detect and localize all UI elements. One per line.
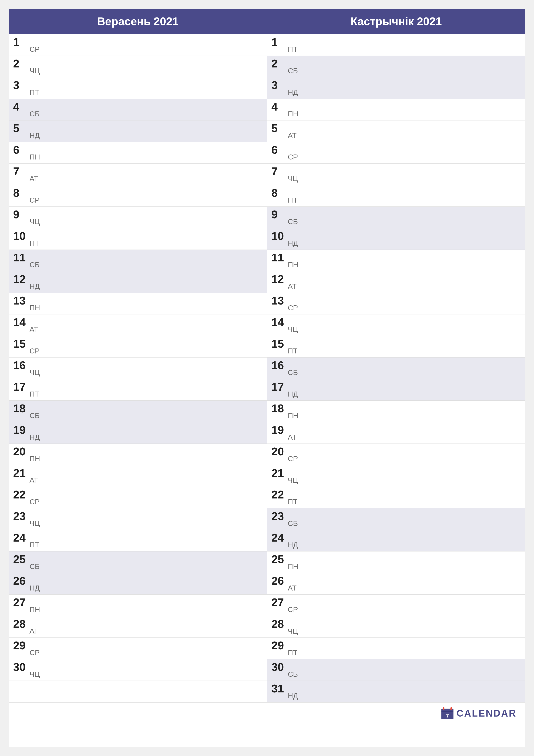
day-name: СР [287,303,298,312]
day-row: 4СБ [9,99,267,121]
day-name: ПН [28,454,40,463]
svg-rect-4 [442,711,453,712]
day-name: АТ [28,475,38,484]
day-number: 15 [271,338,287,349]
day-number: 13 [271,295,287,306]
day-name: ЧЦ [28,66,40,75]
day-row: 30ЧЦ [9,659,267,681]
day-number: 6 [13,144,28,155]
day-name: ПТ [287,195,297,204]
day-name: СБ [28,260,39,269]
day-row: 26АТ [267,573,525,595]
day-name: НД [28,130,40,140]
day-row: 27ПН [9,595,267,616]
day-name: СР [28,497,39,506]
day-number: 10 [13,230,28,242]
footer-calendar-label: CALENDAR [456,708,517,719]
day-row: 30СБ [267,659,525,681]
day-row: 1ПТ [267,34,525,56]
day-name: НД [287,389,298,398]
day-number: 15 [13,338,28,349]
month1-col: 1СР2ЧЦ3ПТ4СБ5НД6ПН7АТ8СР9ЧЦ10ПТ11СБ12НД1… [9,34,267,702]
day-number: 23 [13,511,28,522]
day-name: ПТ [287,648,297,657]
month2-col: 1ПТ2СБ3НД4ПН5АТ6СР7ЧЦ8ПТ9СБ10НД11ПН12АТ1… [267,34,525,702]
day-row: 7ЧЦ [267,164,525,185]
day-name: СР [28,648,39,657]
calendar-header: Верасень 2021 Кастрычнік 2021 [9,9,525,34]
day-number: 8 [271,187,287,199]
day-number: 27 [13,597,28,608]
day-name: ЧЦ [28,518,40,527]
day-name: СР [28,195,39,204]
day-row: 23ЧЦ [9,508,267,530]
day-number: 18 [271,403,287,414]
day-number: 3 [13,80,28,91]
calendar-icon: 7 [441,707,454,720]
day-number: 30 [13,662,28,673]
day-name: АТ [287,281,297,290]
day-number: 16 [13,360,28,371]
day-name: ПН [287,561,298,571]
day-name: СР [287,454,298,463]
day-number: 1 [13,37,28,48]
day-number: 21 [13,468,28,479]
day-name: АТ [28,174,38,183]
day-number: 7 [13,166,28,177]
day-number: 27 [271,597,287,608]
day-row: 25ПН [267,552,525,573]
svg-text:7: 7 [446,713,449,719]
day-row: 18СБ [9,401,267,422]
day-name: ЧЦ [28,367,40,377]
day-number: 31 [271,683,287,694]
day-row: 17ПТ [9,379,267,401]
day-name: ЧЦ [287,626,298,635]
day-name: ПН [287,411,298,420]
day-row: 27СР [267,595,525,616]
day-number: 22 [271,489,287,500]
footer-logo: 7 CALENDAR [441,707,517,720]
day-row: 29ПТ [267,638,525,659]
day-number: 8 [13,187,28,199]
day-name: ПТ [287,497,297,506]
day-number: 23 [271,511,287,522]
day-row: 7АТ [9,164,267,185]
day-name: ПТ [28,389,39,398]
day-number: 20 [13,446,28,457]
day-name: НД [28,432,40,441]
day-name: ЧЦ [287,324,298,334]
day-row: 23СБ [267,508,525,530]
day-name: СР [287,152,298,161]
day-row: 6ПН [9,142,267,164]
day-number: 30 [271,662,287,673]
day-number: 2 [13,58,28,69]
day-row: 19НД [9,422,267,444]
day-name: СБ [287,367,298,377]
day-row: 9СБ [267,207,525,228]
day-row: 8ПТ [267,185,525,207]
day-number: 1 [271,37,287,48]
day-row: 22СР [9,487,267,508]
day-name: НД [287,691,298,700]
day-row: 22ПТ [267,487,525,508]
day-name: НД [287,87,298,96]
day-number: 10 [271,230,287,242]
day-row: 3НД [267,77,525,99]
day-row: 20СР [267,444,525,465]
day-row: 6СР [267,142,525,164]
day-row: 20ПН [9,444,267,465]
day-row: 10НД [267,228,525,250]
day-row: 13СР [267,293,525,314]
day-number: 26 [271,575,287,586]
day-name: АТ [287,432,297,441]
day-row: 5АТ [267,121,525,142]
day-name: СБ [287,669,298,678]
day-name: СР [28,44,39,53]
day-name: ЧЦ [287,174,298,183]
day-name: АТ [287,130,297,140]
day-name: ПТ [28,540,39,549]
day-number: 4 [13,101,28,112]
day-name: СБ [28,561,39,571]
day-number: 17 [13,381,28,392]
day-number: 22 [13,489,28,500]
